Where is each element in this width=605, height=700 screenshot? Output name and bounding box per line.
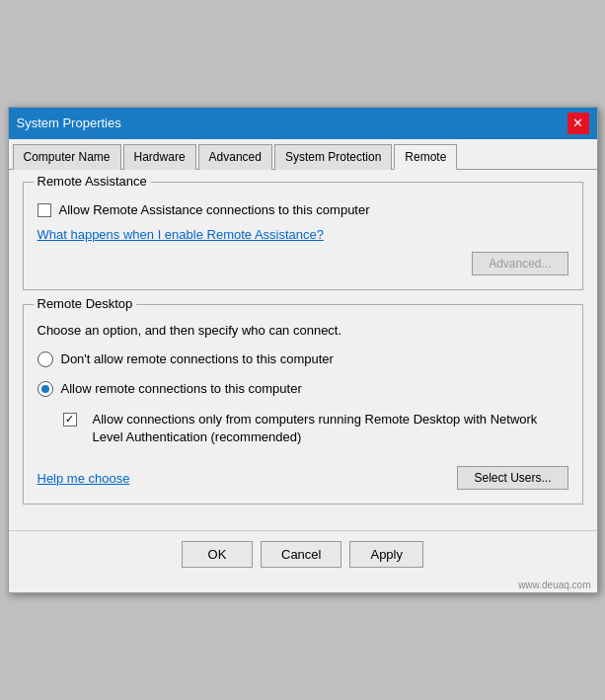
cancel-button[interactable]: Cancel — [261, 541, 341, 568]
apply-button[interactable]: Apply — [349, 541, 423, 568]
nla-checkbox-row: Allow connections only from computers ru… — [63, 411, 568, 446]
watermark: www.deuaq.com — [9, 578, 597, 592]
remote-assistance-checkbox-label: Allow Remote Assistance connections to t… — [59, 202, 370, 217]
nla-checkbox[interactable] — [63, 413, 77, 427]
window-title: System Properties — [17, 116, 121, 130]
tab-hardware[interactable]: Hardware — [123, 144, 196, 170]
remote-desktop-group: Remote Desktop Choose an option, and the… — [23, 304, 583, 505]
tab-system-protection[interactable]: System Protection — [274, 144, 392, 170]
radio-allow-label: Allow remote connections to this compute… — [61, 381, 302, 396]
nla-checkbox-label: Allow connections only from computers ru… — [93, 411, 568, 446]
remote-assistance-group: Remote Assistance Allow Remote Assistanc… — [23, 182, 583, 290]
remote-assistance-checkbox[interactable] — [38, 203, 51, 217]
title-bar: System Properties ✕ — [9, 108, 597, 139]
radio-dont-allow-label: Don't allow remote connections to this c… — [61, 351, 334, 366]
tab-advanced[interactable]: Advanced — [198, 144, 272, 170]
remote-assistance-checkbox-row: Allow Remote Assistance connections to t… — [38, 202, 568, 217]
advanced-button[interactable]: Advanced... — [472, 252, 567, 275]
tab-content: Remote Assistance Allow Remote Assistanc… — [9, 170, 597, 530]
close-button[interactable]: ✕ — [567, 113, 589, 134]
remote-assistance-link[interactable]: What happens when I enable Remote Assist… — [38, 227, 568, 242]
remote-assistance-label: Remote Assistance — [34, 174, 151, 189]
tab-computer-name[interactable]: Computer Name — [13, 144, 121, 170]
select-users-button[interactable]: Select Users... — [457, 466, 567, 490]
remote-desktop-description: Choose an option, and then specify who c… — [38, 323, 568, 338]
radio-allow[interactable] — [38, 381, 53, 397]
tab-remote[interactable]: Remote — [394, 144, 457, 170]
tab-bar: Computer Name Hardware Advanced System P… — [9, 139, 597, 170]
radio-allow-row: Allow remote connections to this compute… — [38, 381, 568, 397]
remote-assistance-btn-row: Advanced... — [38, 252, 568, 275]
bottom-bar: OK Cancel Apply — [9, 530, 597, 578]
remote-desktop-label: Remote Desktop — [34, 296, 137, 311]
ok-button[interactable]: OK — [182, 541, 253, 568]
system-properties-window: System Properties ✕ Computer Name Hardwa… — [8, 107, 598, 593]
radio-dont-allow-row: Don't allow remote connections to this c… — [38, 351, 568, 367]
help-me-choose-link[interactable]: Help me choose — [38, 471, 130, 486]
radio-dont-allow[interactable] — [38, 351, 53, 367]
